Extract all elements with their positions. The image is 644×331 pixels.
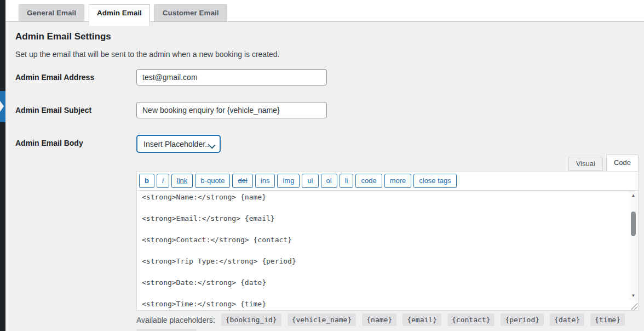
quicktag-bquote-button[interactable]: b-quote bbox=[195, 174, 230, 188]
page-title: Admin Email Settings bbox=[15, 31, 639, 42]
quicktag-ul-button[interactable]: ul bbox=[302, 174, 318, 188]
tab-customer-email[interactable]: Customer Email bbox=[154, 4, 227, 22]
quicktag-img-button[interactable]: img bbox=[277, 174, 300, 188]
quicktag-more-button[interactable]: more bbox=[384, 174, 412, 188]
email-body-editor: b i link b-quote del ins img ul ol li co… bbox=[136, 171, 639, 311]
editor-mode-tabs: Visual Code bbox=[136, 155, 639, 171]
placeholder-badge: {time} bbox=[590, 313, 625, 326]
active-menu-item-indicator[interactable] bbox=[0, 91, 5, 122]
quicktag-li-button[interactable]: li bbox=[340, 174, 354, 188]
admin-email-subject-label: Admin Email Subject bbox=[15, 102, 136, 118]
placeholder-badge: {date} bbox=[550, 313, 584, 326]
resize-grip-icon[interactable] bbox=[630, 302, 637, 310]
form-row-subject: Admin Email Subject bbox=[15, 102, 639, 118]
menu-fold-arrow-icon bbox=[0, 101, 4, 112]
scroll-up-icon[interactable]: ▲ bbox=[629, 191, 638, 200]
tab-general-email[interactable]: General Email bbox=[19, 4, 84, 22]
admin-email-address-input[interactable] bbox=[136, 69, 327, 85]
quicktag-ol-button[interactable]: ol bbox=[321, 174, 337, 188]
placeholder-badge: {period} bbox=[501, 313, 544, 326]
textarea-scrollbar[interactable]: ▲ ▼ bbox=[629, 191, 638, 301]
quicktags-toolbar: b i link b-quote del ins img ul ol li co… bbox=[137, 172, 638, 191]
quicktag-bold-button[interactable]: b bbox=[139, 174, 154, 188]
placeholder-badge: {vehicle_name} bbox=[288, 313, 357, 326]
settings-panel: Admin Email Settings Set up the email th… bbox=[5, 31, 644, 331]
form-row-address: Admin Email Address bbox=[15, 69, 639, 85]
page-description: Set up the email that will be sent to th… bbox=[15, 50, 639, 59]
email-body-textarea[interactable]: <strong>Name:</strong> {name} <strong>Em… bbox=[137, 191, 629, 310]
admin-menu-rail bbox=[0, 0, 5, 331]
admin-email-form: Admin Email Address Admin Email Subject … bbox=[15, 69, 639, 331]
quicktag-italic-button[interactable]: i bbox=[157, 174, 169, 188]
quicktag-ins-button[interactable]: ins bbox=[255, 174, 275, 188]
tab-admin-email[interactable]: Admin Email bbox=[89, 4, 150, 26]
scrollbar-thumb[interactable] bbox=[631, 212, 636, 236]
placeholder-badge: {name} bbox=[362, 313, 396, 326]
placeholder-badge: {contact} bbox=[447, 313, 495, 326]
placeholder-badge: {passengers} bbox=[136, 329, 197, 331]
insert-placeholder-select[interactable]: Insert Placeholder... bbox=[136, 135, 221, 153]
email-body-text-area: <strong>Name:</strong> {name} <strong>Em… bbox=[137, 191, 638, 310]
admin-email-body-label: Admin Email Body bbox=[15, 135, 136, 331]
placeholder-badge: {email} bbox=[403, 313, 441, 326]
available-placeholders: Available placeholders: {booking_id} {ve… bbox=[136, 313, 639, 331]
scroll-down-icon[interactable]: ▼ bbox=[629, 292, 638, 300]
quicktag-del-button[interactable]: del bbox=[232, 174, 252, 188]
available-placeholders-label: Available placeholders: bbox=[136, 316, 215, 324]
editor-tab-visual[interactable]: Visual bbox=[568, 157, 603, 171]
quicktag-link-button[interactable]: link bbox=[171, 174, 193, 188]
admin-email-address-label: Admin Email Address bbox=[15, 69, 136, 85]
admin-email-subject-input[interactable] bbox=[136, 102, 327, 118]
form-row-body: Admin Email Body Insert Placeholder... V… bbox=[15, 135, 639, 331]
placeholder-badge: {booking_id} bbox=[221, 313, 281, 326]
insert-placeholder-selected-value: Insert Placeholder... bbox=[143, 140, 211, 149]
editor-tab-code[interactable]: Code bbox=[606, 155, 639, 171]
quicktag-code-button[interactable]: code bbox=[355, 174, 382, 188]
quicktag-closetags-button[interactable]: close tags bbox=[413, 174, 457, 188]
email-settings-tab-bar: General Email Admin Email Customer Email bbox=[5, 0, 644, 22]
